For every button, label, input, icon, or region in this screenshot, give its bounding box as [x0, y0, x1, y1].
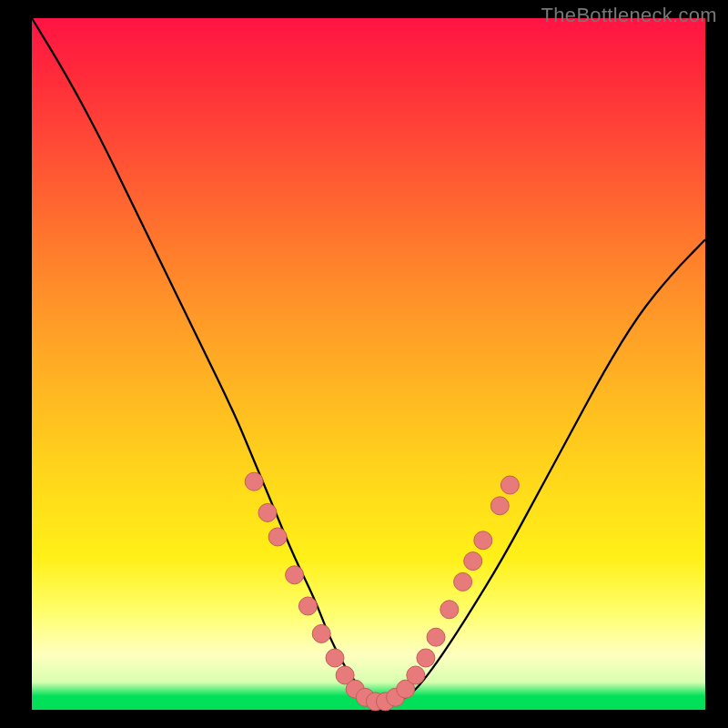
curve-marker — [312, 624, 330, 642]
bottleneck-curve — [32, 18, 705, 703]
curve-marker — [268, 528, 287, 546]
curve-marker — [258, 503, 277, 521]
curve-markers — [245, 472, 519, 711]
curve-marker — [500, 476, 519, 494]
curve-marker — [464, 552, 482, 571]
curve-marker — [440, 601, 459, 619]
curve-marker — [490, 497, 509, 515]
watermark-text: TheBottleneck.com — [541, 4, 717, 27]
curve-marker — [245, 472, 263, 490]
curve-marker — [474, 531, 492, 550]
curve-marker — [407, 666, 425, 684]
curve-marker — [326, 649, 344, 667]
plot-area — [32, 18, 705, 710]
curve-marker — [286, 566, 304, 584]
curve-marker — [454, 572, 472, 591]
curve-marker — [427, 628, 445, 646]
curve-marker — [417, 649, 435, 667]
curve-marker — [298, 597, 317, 615]
chart-frame: TheBottleneck.com — [0, 0, 728, 728]
curve-layer — [32, 18, 705, 710]
